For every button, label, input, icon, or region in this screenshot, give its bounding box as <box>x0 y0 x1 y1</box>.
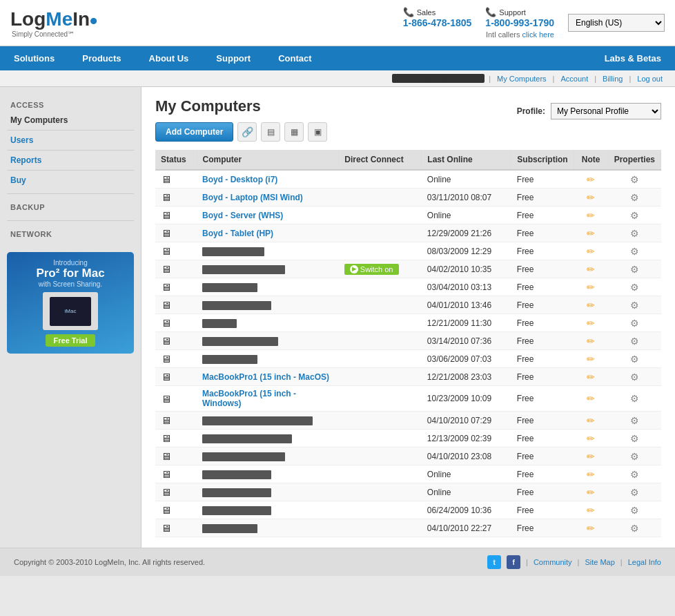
switch-on-button[interactable]: ▶ Switch on <box>344 264 399 275</box>
edit-icon[interactable]: ✏ <box>587 192 595 203</box>
gear-icon[interactable]: ⚙ <box>630 487 639 498</box>
sidebar-item-my-computers[interactable]: My Computers <box>0 113 141 128</box>
gear-icon[interactable]: ⚙ <box>630 318 639 329</box>
nav-support[interactable]: Support <box>202 46 264 70</box>
gear-icon[interactable]: ⚙ <box>630 264 639 275</box>
profile-dropdown[interactable]: My Personal Profile <box>551 103 661 119</box>
computer-name-link[interactable]: Boyd - Tablet (HP) <box>202 229 273 238</box>
facebook-icon[interactable]: f <box>507 555 520 569</box>
support-phone[interactable]: 1-800-993-1790 <box>485 17 554 28</box>
col-last-online: Last Online <box>422 150 511 170</box>
cell-direct-connect <box>339 189 422 206</box>
gear-icon[interactable]: ⚙ <box>630 192 639 203</box>
footer-sep3: | <box>620 558 623 566</box>
computer-name-link[interactable]: MacBookPro1 (15 inch - Windows) <box>202 389 296 408</box>
edit-icon[interactable]: ✏ <box>587 372 595 383</box>
subnav-logout[interactable]: Log out <box>637 75 663 83</box>
computer-name-link[interactable]: MacBookPro1 (15 inch - MacOS) <box>202 372 329 382</box>
gear-icon[interactable]: ⚙ <box>630 451 639 462</box>
sidebar-item-users[interactable]: Users <box>0 133 141 148</box>
edit-icon[interactable]: ✏ <box>587 300 595 311</box>
gear-icon[interactable]: ⚙ <box>630 246 639 257</box>
gear-icon[interactable]: ⚙ <box>630 210 639 221</box>
subnav-billing[interactable]: Billing <box>603 75 623 83</box>
cell-note: ✏ <box>574 189 608 206</box>
edit-icon[interactable]: ✏ <box>587 282 595 293</box>
edit-icon[interactable]: ✏ <box>587 210 595 221</box>
gear-icon[interactable]: ⚙ <box>630 372 639 383</box>
nav-bar: Solutions Products About Us Support Cont… <box>0 46 675 70</box>
gear-icon[interactable]: ⚙ <box>630 393 639 404</box>
gear-icon[interactable]: ⚙ <box>630 469 639 480</box>
cell-properties: ⚙ <box>608 483 661 501</box>
computer-name-link[interactable]: Boyd - Server (WHS) <box>202 211 283 220</box>
sidebar-item-reports[interactable]: Reports <box>0 153 141 168</box>
edit-icon[interactable]: ✏ <box>587 433 595 444</box>
gear-icon[interactable]: ⚙ <box>630 415 639 426</box>
edit-icon[interactable]: ✏ <box>587 246 595 257</box>
blurred-name <box>202 247 264 256</box>
add-computer-button[interactable]: Add Computer <box>155 122 233 142</box>
nav-solutions[interactable]: Solutions <box>0 46 68 70</box>
cell-properties: ⚙ <box>608 350 661 368</box>
edit-icon[interactable]: ✏ <box>587 336 595 347</box>
cell-direct-connect[interactable]: ▶ Switch on <box>339 260 422 278</box>
computer-name-link[interactable]: Boyd - Laptop (MSI Wind) <box>202 193 303 202</box>
language-dropdown[interactable]: English (US) Español Français Deutsch <box>568 14 665 32</box>
gear-icon[interactable]: ⚙ <box>630 228 639 239</box>
edit-icon[interactable]: ✏ <box>587 228 595 239</box>
cell-computer <box>197 501 339 519</box>
toolbar-grid-small-icon[interactable]: ▤ <box>261 122 280 142</box>
logo[interactable]: LogMeIn• Simply Connected℠ <box>10 8 97 38</box>
col-computer: Computer <box>197 150 339 170</box>
toolbar-grid-large-icon[interactable]: ▦ <box>284 122 304 142</box>
cell-properties: ⚙ <box>608 314 661 332</box>
edit-icon[interactable]: ✏ <box>587 174 595 185</box>
cell-computer <box>197 350 339 368</box>
language-selector[interactable]: English (US) Español Français Deutsch <box>568 14 665 32</box>
cell-status: 🖥 <box>155 260 197 278</box>
edit-icon[interactable]: ✏ <box>587 415 595 426</box>
gear-icon[interactable]: ⚙ <box>630 505 639 516</box>
edit-icon[interactable]: ✏ <box>587 469 595 480</box>
table-row: 🖥 03/04/2010 03:13 Free ✏ ⚙ <box>155 278 661 296</box>
computer-name-link[interactable]: Boyd - Desktop (i7) <box>202 175 277 184</box>
gear-icon[interactable]: ⚙ <box>630 174 639 185</box>
nav-labs-betas[interactable]: Labs & Betas <box>591 46 675 70</box>
edit-icon[interactable]: ✏ <box>587 487 595 498</box>
gear-icon[interactable]: ⚙ <box>630 523 639 534</box>
blurred-name <box>202 283 257 292</box>
gear-icon[interactable]: ⚙ <box>630 336 639 347</box>
cell-note: ✏ <box>574 242 608 260</box>
twitter-icon[interactable]: t <box>487 555 501 569</box>
cell-status: 🖥 <box>155 430 197 447</box>
gear-icon[interactable]: ⚙ <box>630 300 639 311</box>
subnav-account[interactable]: Account <box>560 75 588 83</box>
edit-icon[interactable]: ✏ <box>587 451 595 462</box>
edit-icon[interactable]: ✏ <box>587 505 595 516</box>
gear-icon[interactable]: ⚙ <box>630 354 639 365</box>
nav-about-us[interactable]: About Us <box>135 46 203 70</box>
edit-icon[interactable]: ✏ <box>587 318 595 329</box>
cell-status: 🖥 <box>155 332 197 350</box>
gear-icon[interactable]: ⚙ <box>630 433 639 444</box>
edit-icon[interactable]: ✏ <box>587 354 595 365</box>
sidebar-item-buy[interactable]: Buy <box>0 173 141 188</box>
edit-icon[interactable]: ✏ <box>587 264 595 275</box>
edit-icon[interactable]: ✏ <box>587 393 595 404</box>
free-trial-button[interactable]: Free Trial <box>46 334 96 347</box>
sidebar: ACCESS My Computers Users Reports Buy BA… <box>0 87 141 548</box>
toolbar-list-icon[interactable]: ▣ <box>308 122 327 142</box>
nav-products[interactable]: Products <box>68 46 135 70</box>
subnav-my-computers[interactable]: My Computers <box>497 75 547 83</box>
cell-last-online: 03/06/2009 07:03 <box>422 350 511 368</box>
footer-sitemap[interactable]: Site Map <box>585 558 614 566</box>
toolbar-link-icon[interactable]: 🔗 <box>237 122 257 142</box>
intl-link[interactable]: click here <box>522 30 554 39</box>
gear-icon[interactable]: ⚙ <box>630 282 639 293</box>
footer-community[interactable]: Community <box>534 558 572 566</box>
edit-icon[interactable]: ✏ <box>587 523 595 534</box>
footer-legal[interactable]: Legal Info <box>628 558 661 566</box>
nav-contact[interactable]: Contact <box>264 46 325 70</box>
sales-phone[interactable]: 1-866-478-1805 <box>403 17 472 28</box>
